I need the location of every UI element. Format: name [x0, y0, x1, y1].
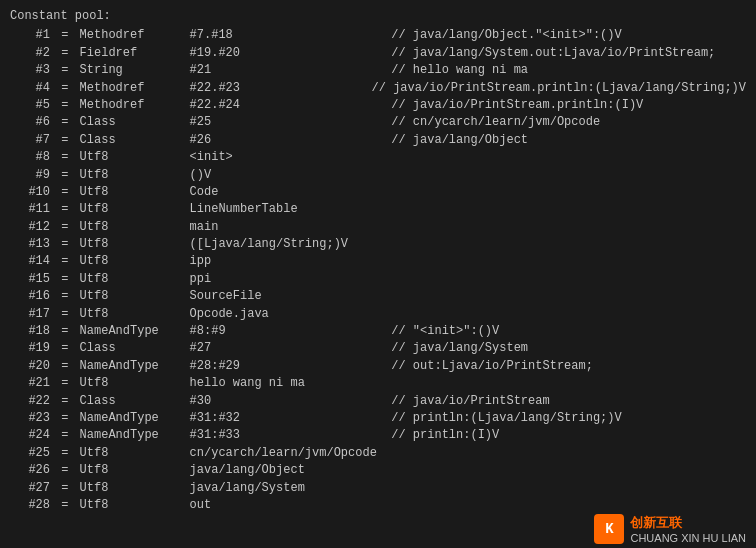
- table-row: #23 = NameAndType #31:#32 // println:(Lj…: [10, 410, 746, 427]
- ref-val: cn/ycarch/learn/jvm/Opcode: [190, 445, 392, 462]
- type-name: Utf8: [80, 149, 190, 166]
- entry-num: #27: [10, 480, 50, 497]
- logo-text-group: 创新互联 CHUANG XIN HU LIAN: [630, 514, 746, 544]
- type-name: Class: [80, 393, 190, 410]
- table-row: #17 = Utf8 Opcode.java: [10, 306, 746, 323]
- table-row: #26 = Utf8 java/lang/Object: [10, 462, 746, 479]
- table-row: #14 = Utf8 ipp: [10, 253, 746, 270]
- comment: // java/io/PrintStream.println:(I)V: [391, 97, 643, 114]
- type-name: Fieldref: [80, 45, 190, 62]
- ref-val: LineNumberTable: [190, 201, 392, 218]
- type-name: NameAndType: [80, 427, 190, 444]
- eq-sign: =: [54, 132, 76, 149]
- entry-num: #3: [10, 62, 50, 79]
- eq-sign: =: [54, 167, 76, 184]
- type-name: NameAndType: [80, 410, 190, 427]
- type-name: Utf8: [80, 375, 190, 392]
- type-name: Utf8: [80, 184, 190, 201]
- table-row: #5 = Methodref #22.#24 // java/io/PrintS…: [10, 97, 746, 114]
- eq-sign: =: [54, 271, 76, 288]
- table-row: #15 = Utf8 ppi: [10, 271, 746, 288]
- table-row: #10 = Utf8 Code: [10, 184, 746, 201]
- comment: // out:Ljava/io/PrintStream;: [391, 358, 593, 375]
- comment: // java/io/PrintStream: [391, 393, 549, 410]
- table-row: #28 = Utf8 out: [10, 497, 746, 510]
- ref-val: #21: [190, 62, 392, 79]
- ref-val: #30: [190, 393, 392, 410]
- type-name: Utf8: [80, 167, 190, 184]
- comment: // cn/ycarch/learn/jvm/Opcode: [391, 114, 600, 131]
- entry-num: #11: [10, 201, 50, 218]
- type-name: Utf8: [80, 219, 190, 236]
- ref-val: ([Ljava/lang/String;)V: [190, 236, 392, 253]
- type-name: Utf8: [80, 288, 190, 305]
- ref-val: #31:#33: [190, 427, 392, 444]
- ref-val: ()V: [190, 167, 392, 184]
- type-name: String: [80, 62, 190, 79]
- logo-sub-text: CHUANG XIN HU LIAN: [630, 532, 746, 544]
- type-name: Utf8: [80, 480, 190, 497]
- entry-num: #20: [10, 358, 50, 375]
- footer-bar: K 创新互联 CHUANG XIN HU LIAN: [0, 510, 756, 548]
- eq-sign: =: [54, 184, 76, 201]
- type-name: Class: [80, 114, 190, 131]
- entry-num: #13: [10, 236, 50, 253]
- type-name: Methodref: [80, 97, 190, 114]
- table-row: #21 = Utf8 hello wang ni ma: [10, 375, 746, 392]
- table-row: #19 = Class #27 // java/lang/System: [10, 340, 746, 357]
- type-name: Utf8: [80, 253, 190, 270]
- table-row: #13 = Utf8 ([Ljava/lang/String;)V: [10, 236, 746, 253]
- ref-val: #22.#24: [190, 97, 392, 114]
- comment: // println:(Ljava/lang/String;)V: [391, 410, 621, 427]
- eq-sign: =: [54, 358, 76, 375]
- table-row: #12 = Utf8 main: [10, 219, 746, 236]
- ref-val: #25: [190, 114, 392, 131]
- eq-sign: =: [54, 480, 76, 497]
- entry-num: #17: [10, 306, 50, 323]
- table-row: #16 = Utf8 SourceFile: [10, 288, 746, 305]
- table-row: #6 = Class #25 // cn/ycarch/learn/jvm/Op…: [10, 114, 746, 131]
- type-name: Utf8: [80, 445, 190, 462]
- table-row: #18 = NameAndType #8:#9 // "<init>":()V: [10, 323, 746, 340]
- logo-main-text: 创新互联: [630, 514, 746, 532]
- logo-area: K 创新互联 CHUANG XIN HU LIAN: [594, 514, 746, 544]
- ref-val: ppi: [190, 271, 392, 288]
- ref-val: out: [190, 497, 392, 510]
- entry-num: #18: [10, 323, 50, 340]
- type-name: Utf8: [80, 271, 190, 288]
- entry-num: #26: [10, 462, 50, 479]
- type-name: Class: [80, 132, 190, 149]
- type-name: NameAndType: [80, 323, 190, 340]
- ref-val: java/lang/System: [190, 480, 392, 497]
- entries-container: #1 = Methodref #7.#18 // java/lang/Objec…: [10, 27, 746, 510]
- type-name: NameAndType: [80, 358, 190, 375]
- entry-num: #1: [10, 27, 50, 44]
- eq-sign: =: [54, 27, 76, 44]
- ref-val: main: [190, 219, 392, 236]
- eq-sign: =: [54, 236, 76, 253]
- comment: // println:(I)V: [391, 427, 499, 444]
- entry-num: #19: [10, 340, 50, 357]
- comment: // java/lang/System.out:Ljava/io/PrintSt…: [391, 45, 715, 62]
- entry-num: #9: [10, 167, 50, 184]
- ref-val: #31:#32: [190, 410, 392, 427]
- comment: // "<init>":()V: [391, 323, 499, 340]
- entry-num: #6: [10, 114, 50, 131]
- table-row: #8 = Utf8 <init>: [10, 149, 746, 166]
- eq-sign: =: [54, 393, 76, 410]
- type-name: Utf8: [80, 306, 190, 323]
- eq-sign: =: [54, 149, 76, 166]
- ref-val: #26: [190, 132, 392, 149]
- comment: // java/lang/Object: [391, 132, 528, 149]
- entry-num: #12: [10, 219, 50, 236]
- table-row: #3 = String #21 // hello wang ni ma: [10, 62, 746, 79]
- type-name: Class: [80, 340, 190, 357]
- ref-val: <init>: [190, 149, 392, 166]
- comment: // java/io/PrintStream.println:(Ljava/la…: [372, 80, 746, 97]
- entry-num: #8: [10, 149, 50, 166]
- ref-val: Opcode.java: [190, 306, 392, 323]
- comment: // java/lang/System: [391, 340, 528, 357]
- type-name: Utf8: [80, 236, 190, 253]
- table-row: #11 = Utf8 LineNumberTable: [10, 201, 746, 218]
- ref-val: SourceFile: [190, 288, 392, 305]
